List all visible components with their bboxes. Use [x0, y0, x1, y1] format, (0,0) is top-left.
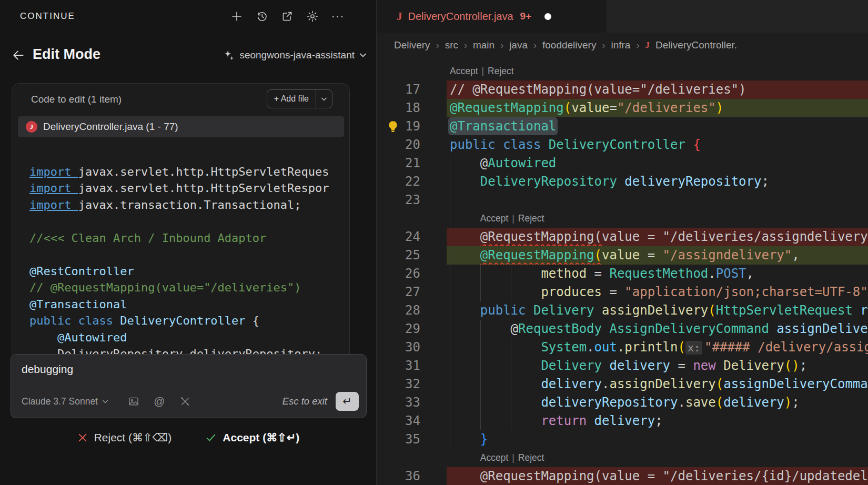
preview-code-line: import javax.transaction.Transactional; [12, 197, 350, 214]
code-token: { [253, 314, 259, 327]
line-number: 18 [377, 99, 420, 117]
add-file-button[interactable]: + Add file [267, 89, 332, 108]
reject-all-button[interactable]: Reject (⌘⇧⌫) [77, 431, 172, 444]
breadcrumb-file[interactable]: DeliveryController. [655, 39, 737, 51]
lightbulb-quickfix-icon[interactable] [386, 120, 400, 134]
breadcrumb-separator: › [436, 40, 439, 51]
code-editor[interactable]: @RestControllerAccept|Reject17// @Reques… [377, 58, 868, 485]
tools-icon[interactable] [179, 395, 191, 408]
code-token: System [541, 340, 587, 355]
indent-guide [511, 338, 511, 430]
code-token: . [708, 266, 715, 281]
code-token: // @RequestMapping(value="/deliveries") [450, 82, 746, 97]
submit-enter-button[interactable]: ↵ [336, 392, 359, 411]
code-token: Delivery [541, 358, 609, 373]
code-token: ( [678, 340, 685, 355]
code-token: RequestBody AssignDeliveryCommand [518, 321, 776, 336]
image-icon[interactable] [127, 395, 140, 408]
code-to-edit-label: Code to edit (1 item) [31, 94, 122, 105]
problems-count-badge: 9+ [520, 11, 532, 22]
assistant-selector[interactable]: seongwons-java-assistant [223, 49, 367, 61]
code-token: public class [450, 137, 549, 152]
new-session-plus-icon[interactable] [229, 9, 244, 24]
line-number: 27 [377, 283, 420, 301]
codelens-accept-link[interactable]: Accept [480, 452, 509, 463]
codelens-separator: | [478, 66, 488, 76]
prompt-input-value[interactable]: debugging [22, 363, 73, 376]
codelens-reject-link[interactable]: Reject [488, 66, 514, 76]
breadcrumb-separator: › [602, 40, 605, 51]
line-number: 36 [377, 467, 420, 485]
code-token: value [602, 248, 640, 262]
code-token: return [541, 413, 594, 428]
at-mention-icon[interactable]: @ [153, 395, 166, 408]
line-number: 28 [377, 301, 420, 320]
tab-deliverycontroller-java[interactable]: J DeliveryController.java 9+ [377, 0, 607, 33]
line-number: 34 [377, 412, 420, 430]
continue-brand-title: CONTINUE [20, 11, 75, 22]
tab-title: DeliveryController.java [408, 11, 513, 23]
code-token: delivery [723, 395, 784, 410]
line-number: 26 [377, 265, 420, 283]
codelens-accept-link[interactable]: Accept [450, 66, 478, 76]
editor-group: J DeliveryController.java 9+ Delivery›sr… [376, 0, 868, 485]
breadcrumb-item[interactable]: Delivery [394, 39, 430, 51]
code-token: { [693, 137, 700, 152]
code-line: 32delivery.assignDelivery(assignDelivery… [377, 375, 868, 393]
code-token: ; [792, 395, 799, 410]
indent-guide [511, 265, 511, 301]
code-token: javax.servlet.http.HttpServlet; [78, 138, 295, 139]
codelens-accept-link[interactable]: Accept [480, 213, 509, 224]
line-number: 25 [377, 246, 420, 265]
codelens-row: Accept|Reject [377, 62, 868, 80]
code-token: ( [594, 248, 602, 262]
code-line: 30System.out.println(x:"##### /delivery/… [377, 338, 868, 357]
code-token: DeliveryController [549, 137, 693, 152]
code-token: HttpServletRequest [716, 303, 861, 318]
breadcrumb-item[interactable]: fooddelivery [542, 39, 596, 51]
breadcrumb-item[interactable]: java [509, 39, 528, 51]
add-file-label[interactable]: + Add file [267, 94, 316, 104]
more-ellipsis-icon[interactable]: ··· [330, 9, 345, 24]
code-token: assignDeliveryComman [723, 377, 868, 391]
code-token: public class [29, 314, 120, 327]
code-token: new [693, 358, 723, 373]
indent-guide [480, 265, 481, 301]
code-token: produces [541, 285, 602, 299]
file-to-edit-item[interactable]: J DeliveryController.java (1 - 77) [18, 116, 344, 137]
reject-label: Reject (⌘⇧⌫) [94, 431, 172, 444]
accept-all-button[interactable]: Accept (⌘⇧↵) [205, 431, 299, 444]
preview-code-line: import javax.servlet.http.HttpServletRes… [12, 180, 350, 197]
preview-code-line [12, 246, 350, 263]
breadcrumb-item[interactable]: infra [611, 39, 630, 51]
code-token: deliveryRepository [541, 395, 678, 410]
settings-gear-icon[interactable] [305, 9, 320, 24]
codelens-reject-link[interactable]: Reject [518, 213, 544, 224]
x-icon [77, 432, 88, 443]
line-number: 21 [377, 154, 420, 173]
line-number: 29 [377, 320, 420, 338]
code-token: Delivery [533, 303, 602, 318]
breadcrumb-item[interactable]: main [473, 39, 494, 51]
line-number: 35 [377, 430, 420, 449]
code-token: "/assigndelivery" [663, 248, 792, 262]
preview-code-line: @RestController [12, 263, 350, 280]
open-external-icon[interactable] [280, 9, 295, 24]
preview-code-line [12, 213, 350, 230]
model-selector[interactable]: Claude 3.7 Sonnet [22, 396, 108, 407]
unsaved-changes-dot[interactable] [544, 13, 551, 20]
code-line: 33deliveryRepository.save(delivery); [377, 393, 868, 412]
codelens-reject-link[interactable]: Reject [518, 452, 544, 463]
line-number: 32 [377, 375, 420, 393]
breadcrumb-item[interactable]: src [445, 39, 458, 51]
page-title: Edit Mode [33, 46, 100, 63]
code-token: RequestMethod [609, 266, 708, 281]
back-arrow-icon[interactable] [12, 48, 27, 64]
add-file-dropdown-chevron-icon[interactable] [316, 97, 332, 102]
chevron-down-icon [102, 399, 108, 404]
java-file-icon: J [397, 10, 402, 23]
prompt-input-box[interactable]: debugging Claude 3.7 Sonnet @ Esc to exi… [11, 354, 367, 418]
code-token: @RequestMapping( [480, 229, 602, 244]
esc-to-exit-hint: Esc to exit [282, 396, 327, 407]
history-icon[interactable] [255, 9, 269, 24]
